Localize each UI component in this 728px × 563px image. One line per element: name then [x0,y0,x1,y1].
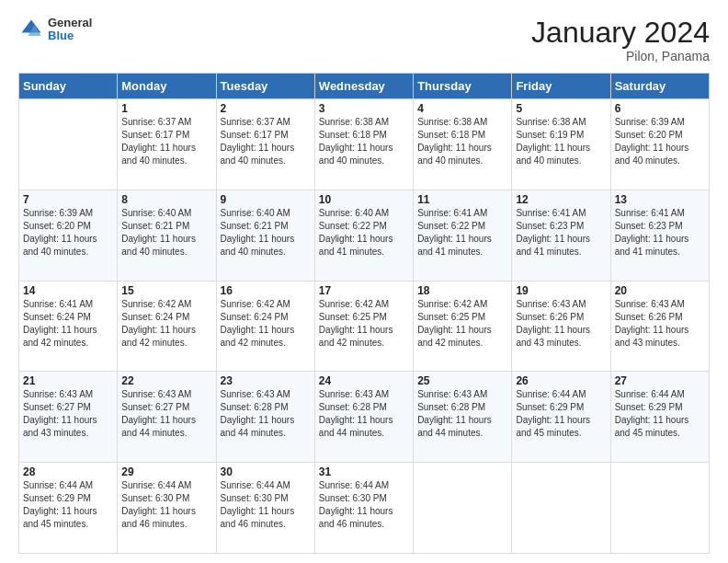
calendar-cell: 7Sunrise: 6:39 AMSunset: 6:20 PMDaylight… [19,190,118,281]
calendar-cell [610,463,709,554]
calendar-cell: 20Sunrise: 6:43 AMSunset: 6:26 PMDayligh… [610,281,709,372]
week-row-3: 14Sunrise: 6:41 AMSunset: 6:24 PMDayligh… [19,281,710,372]
day-info: Sunrise: 6:40 AMSunset: 6:22 PMDaylight:… [319,207,409,259]
weekday-header-sunday: Sunday [19,74,118,99]
day-number: 14 [23,284,113,297]
day-number: 29 [121,465,211,478]
logo-blue-text: Blue [48,29,92,42]
calendar-cell: 16Sunrise: 6:42 AMSunset: 6:24 PMDayligh… [216,281,314,372]
calendar-cell: 15Sunrise: 6:42 AMSunset: 6:24 PMDayligh… [118,281,216,372]
day-number: 25 [417,374,507,387]
calendar-cell: 13Sunrise: 6:41 AMSunset: 6:23 PMDayligh… [610,190,709,281]
day-number: 21 [23,374,113,387]
weekday-header-thursday: Thursday [414,74,512,99]
calendar-cell [414,463,512,554]
day-info: Sunrise: 6:44 AMSunset: 6:30 PMDaylight:… [221,479,311,531]
calendar-cell: 8Sunrise: 6:40 AMSunset: 6:21 PMDaylight… [118,190,216,281]
calendar-cell: 6Sunrise: 6:39 AMSunset: 6:20 PMDaylight… [610,99,709,190]
day-info: Sunrise: 6:42 AMSunset: 6:24 PMDaylight:… [221,298,311,350]
weekday-header-wednesday: Wednesday [314,74,413,99]
day-info: Sunrise: 6:38 AMSunset: 6:18 PMDaylight:… [417,116,507,167]
day-info: Sunrise: 6:40 AMSunset: 6:21 PMDaylight:… [221,207,311,259]
week-row-1: 1Sunrise: 6:37 AMSunset: 6:17 PMDaylight… [19,99,710,190]
calendar-cell: 9Sunrise: 6:40 AMSunset: 6:21 PMDaylight… [216,190,314,281]
weekday-header-saturday: Saturday [610,74,709,99]
calendar-cell: 23Sunrise: 6:43 AMSunset: 6:28 PMDayligh… [216,372,314,463]
day-info: Sunrise: 6:37 AMSunset: 6:17 PMDaylight:… [221,116,311,167]
day-info: Sunrise: 6:39 AMSunset: 6:20 PMDaylight:… [23,207,113,259]
day-info: Sunrise: 6:39 AMSunset: 6:20 PMDaylight:… [615,116,705,167]
day-info: Sunrise: 6:43 AMSunset: 6:26 PMDaylight:… [615,298,705,350]
calendar-cell: 25Sunrise: 6:43 AMSunset: 6:28 PMDayligh… [414,372,512,463]
day-info: Sunrise: 6:44 AMSunset: 6:30 PMDaylight:… [121,479,211,531]
calendar-cell: 27Sunrise: 6:44 AMSunset: 6:29 PMDayligh… [610,372,709,463]
day-info: Sunrise: 6:44 AMSunset: 6:29 PMDaylight:… [516,388,606,440]
day-number: 9 [221,193,311,206]
day-info: Sunrise: 6:44 AMSunset: 6:29 PMDaylight:… [615,388,705,440]
calendar-cell: 28Sunrise: 6:44 AMSunset: 6:29 PMDayligh… [19,463,118,554]
calendar: SundayMondayTuesdayWednesdayThursdayFrid… [18,73,710,554]
day-info: Sunrise: 6:44 AMSunset: 6:29 PMDaylight:… [23,479,113,531]
day-number: 1 [121,102,211,115]
calendar-cell: 2Sunrise: 6:37 AMSunset: 6:17 PMDaylight… [216,99,314,190]
calendar-cell: 24Sunrise: 6:43 AMSunset: 6:28 PMDayligh… [314,372,413,463]
calendar-cell: 14Sunrise: 6:41 AMSunset: 6:24 PMDayligh… [19,281,118,372]
calendar-cell: 12Sunrise: 6:41 AMSunset: 6:23 PMDayligh… [512,190,610,281]
calendar-cell [512,463,610,554]
calendar-cell: 19Sunrise: 6:43 AMSunset: 6:26 PMDayligh… [512,281,610,372]
logo: General Blue [18,17,92,43]
week-row-4: 21Sunrise: 6:43 AMSunset: 6:27 PMDayligh… [19,372,710,463]
calendar-cell: 1Sunrise: 6:37 AMSunset: 6:17 PMDaylight… [118,99,216,190]
day-number: 26 [516,374,606,387]
day-info: Sunrise: 6:37 AMSunset: 6:17 PMDaylight:… [121,116,211,167]
day-number: 4 [417,102,507,115]
calendar-cell: 21Sunrise: 6:43 AMSunset: 6:27 PMDayligh… [19,372,118,463]
day-info: Sunrise: 6:41 AMSunset: 6:22 PMDaylight:… [417,207,507,259]
calendar-cell: 26Sunrise: 6:44 AMSunset: 6:29 PMDayligh… [512,372,610,463]
logo-general-text: General [48,17,92,29]
day-number: 7 [23,193,113,206]
day-number: 24 [319,374,409,387]
calendar-cell: 18Sunrise: 6:42 AMSunset: 6:25 PMDayligh… [414,281,512,372]
calendar-cell: 11Sunrise: 6:41 AMSunset: 6:22 PMDayligh… [414,190,512,281]
day-info: Sunrise: 6:43 AMSunset: 6:28 PMDaylight:… [221,388,311,440]
day-number: 31 [319,465,409,478]
day-number: 8 [121,193,211,206]
day-number: 30 [221,465,311,478]
week-row-5: 28Sunrise: 6:44 AMSunset: 6:29 PMDayligh… [19,463,710,554]
day-info: Sunrise: 6:41 AMSunset: 6:24 PMDaylight:… [23,298,113,350]
day-number: 12 [516,193,606,206]
calendar-body: 1Sunrise: 6:37 AMSunset: 6:17 PMDaylight… [19,99,710,554]
day-info: Sunrise: 6:42 AMSunset: 6:25 PMDaylight:… [417,298,507,350]
title-block: January 2024 Pilon, Panama [531,17,710,63]
weekday-header-friday: Friday [512,74,610,99]
calendar-cell: 10Sunrise: 6:40 AMSunset: 6:22 PMDayligh… [314,190,413,281]
main-title: January 2024 [531,17,710,49]
day-number: 2 [221,102,311,115]
day-info: Sunrise: 6:43 AMSunset: 6:28 PMDaylight:… [319,388,409,440]
weekday-row: SundayMondayTuesdayWednesdayThursdayFrid… [19,74,710,99]
calendar-cell: 3Sunrise: 6:38 AMSunset: 6:18 PMDaylight… [314,99,413,190]
calendar-cell: 22Sunrise: 6:43 AMSunset: 6:27 PMDayligh… [118,372,216,463]
day-number: 3 [319,102,409,115]
calendar-cell: 4Sunrise: 6:38 AMSunset: 6:18 PMDaylight… [414,99,512,190]
day-number: 27 [615,374,705,387]
day-number: 23 [221,374,311,387]
logo-text: General Blue [48,17,92,43]
day-info: Sunrise: 6:40 AMSunset: 6:21 PMDaylight:… [121,207,211,259]
calendar-cell: 17Sunrise: 6:42 AMSunset: 6:25 PMDayligh… [314,281,413,372]
day-number: 16 [221,284,311,297]
day-info: Sunrise: 6:43 AMSunset: 6:27 PMDaylight:… [121,388,211,440]
day-info: Sunrise: 6:41 AMSunset: 6:23 PMDaylight:… [516,207,606,259]
day-info: Sunrise: 6:38 AMSunset: 6:19 PMDaylight:… [516,116,606,167]
calendar-cell: 5Sunrise: 6:38 AMSunset: 6:19 PMDaylight… [512,99,610,190]
subtitle: Pilon, Panama [531,49,710,63]
day-info: Sunrise: 6:41 AMSunset: 6:23 PMDaylight:… [615,207,705,259]
day-number: 5 [516,102,606,115]
day-info: Sunrise: 6:44 AMSunset: 6:30 PMDaylight:… [319,479,409,531]
day-number: 19 [516,284,606,297]
day-info: Sunrise: 6:42 AMSunset: 6:25 PMDaylight:… [319,298,409,350]
day-number: 10 [319,193,409,206]
day-number: 15 [121,284,211,297]
weekday-header-monday: Monday [118,74,216,99]
